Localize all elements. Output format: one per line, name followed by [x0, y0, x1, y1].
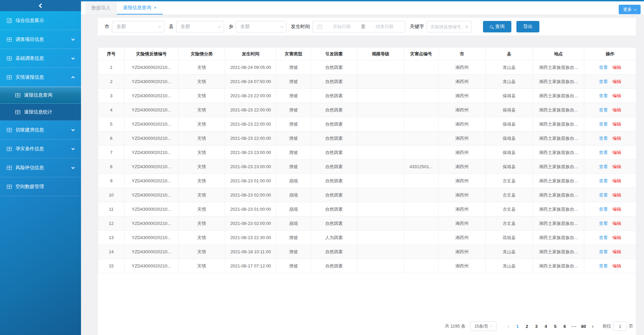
sidebar-item-spatial-data-mgmt[interactable]: 空间数据管理 — [0, 177, 81, 196]
cell-county: 保靖县 — [486, 131, 533, 146]
view-link[interactable]: 查看 — [599, 249, 608, 254]
sidebar-item-hazard-condition-info[interactable]: 孕灾条件信息 — [0, 139, 81, 158]
cell-point — [404, 60, 438, 75]
sidebar-item-overview[interactable]: 综合信息展示 — [0, 11, 81, 30]
view-link[interactable]: 查看 — [599, 164, 608, 169]
view-link[interactable]: 查看 — [599, 107, 608, 112]
cell-county: 保靖县 — [486, 160, 533, 174]
page-number-3[interactable]: 3 — [532, 324, 541, 329]
edit-link[interactable]: 编辑 — [613, 65, 621, 70]
prev-page-button[interactable]: ‹ — [504, 324, 513, 329]
city-select[interactable]: 全部 — [112, 21, 164, 32]
cell-seq: 11 — [98, 202, 125, 216]
cell-location: 湘西土家族苗族自... — [533, 89, 584, 103]
cell-category: 灾情 — [179, 188, 225, 202]
view-link[interactable]: 查看 — [599, 93, 608, 98]
page-number-1[interactable]: 1 — [513, 324, 522, 329]
sidebar-item-risk-eval-info[interactable]: 风险评估信息 — [0, 158, 81, 177]
chevron-down-icon — [72, 37, 75, 41]
cell-code: YZD43000020210... — [125, 202, 179, 216]
edit-link[interactable]: 编辑 — [613, 164, 621, 169]
sidebar-collapse-button[interactable] — [0, 0, 81, 11]
cell-factor: 自然因素 — [311, 89, 357, 103]
view-link[interactable]: 查看 — [599, 235, 608, 240]
view-link[interactable]: 查看 — [599, 136, 608, 141]
edit-link[interactable]: 编辑 — [613, 235, 621, 240]
view-link[interactable]: 查看 — [599, 150, 608, 155]
close-icon[interactable]: × — [154, 5, 157, 10]
sidebar-subitem-quick-report-query[interactable]: 速报信息查询 — [0, 87, 81, 104]
sidebar-subitem-quick-report-stats[interactable]: 速报信息统计 — [0, 104, 81, 121]
sidebar-item-slope-house-info[interactable]: 切坡建房信息 — [0, 121, 81, 139]
page-number-2[interactable]: 2 — [522, 324, 532, 329]
end-date-placeholder[interactable]: 结束日期 — [367, 24, 403, 30]
view-link[interactable]: 查看 — [599, 221, 608, 226]
page-number-6[interactable]: 6 — [560, 324, 569, 329]
table-body: 1YZD43000020210...灾情2021-08-24 09:05:00滑… — [98, 60, 636, 273]
view-link[interactable]: 查看 — [599, 263, 608, 268]
cell-seq: 15 — [98, 259, 125, 273]
goto-page-input[interactable] — [613, 321, 627, 331]
view-link[interactable]: 查看 — [599, 178, 608, 183]
cell-actions: 查看编辑 — [584, 202, 636, 216]
sidebar-item-basic-survey-info[interactable]: 基础调查信息 — [0, 49, 81, 68]
cell-location: 湘西土家族苗族自... — [533, 188, 584, 202]
tab-data-import[interactable]: 数据导入 — [85, 1, 117, 15]
cell-scale — [357, 89, 404, 103]
cell-time: 2021-08-23 22:30:00 — [225, 231, 276, 245]
edit-link[interactable]: 编辑 — [613, 178, 621, 183]
more-pages-icon[interactable]: ··· — [569, 324, 579, 329]
cell-time: 2021-08-23 23:00:00 — [225, 160, 276, 174]
start-date-placeholder[interactable]: 开始日期 — [324, 24, 360, 30]
cell-category: 灾情 — [179, 216, 225, 231]
edit-link[interactable]: 编辑 — [613, 79, 621, 84]
date-range-picker[interactable]: 开始日期 至 结束日期 — [313, 21, 405, 32]
view-link[interactable]: 查看 — [599, 79, 608, 84]
next-page-button[interactable]: › — [588, 324, 597, 329]
tab-report-query[interactable]: 速报信息查询× — [117, 1, 163, 15]
view-link[interactable]: 查看 — [599, 65, 608, 70]
edit-link[interactable]: 编辑 — [613, 249, 621, 254]
more-button[interactable]: 更多 — [619, 5, 641, 14]
county-select[interactable]: 全部 — [176, 21, 224, 32]
edit-link[interactable]: 编辑 — [613, 122, 621, 127]
sidebar-item-survey-project-info[interactable]: 调查项目信息 — [0, 30, 81, 49]
cell-factor: 自然因素 — [311, 216, 357, 231]
edit-link[interactable]: 编辑 — [613, 192, 621, 198]
edit-link[interactable]: 编辑 — [613, 207, 621, 212]
page-number-4[interactable]: 4 — [541, 324, 551, 329]
edit-link[interactable]: 编辑 — [613, 107, 621, 112]
town-select[interactable]: 全部 — [236, 21, 287, 32]
cell-seq: 5 — [98, 117, 125, 131]
table-icon — [7, 56, 12, 60]
edit-link[interactable]: 编辑 — [613, 136, 621, 141]
edit-link[interactable]: 编辑 — [613, 150, 621, 155]
sidebar-item-disaster-quick-report[interactable]: 灾情速报信息 — [0, 68, 81, 87]
edit-link[interactable]: 编辑 — [613, 93, 621, 98]
edit-link[interactable]: 编辑 — [613, 221, 621, 226]
query-button[interactable]: 查询 — [483, 21, 511, 32]
export-button-label: 导出 — [523, 24, 533, 30]
results-table: 序号灾险情反馈编号灾险情分类发生时间灾害类型引发因素规模等级灾害点编号市县地点操… — [98, 47, 636, 273]
cell-type: 滑坡 — [276, 231, 311, 245]
column-header: 操作 — [584, 48, 636, 60]
page-number-last[interactable]: 80 — [579, 324, 588, 329]
column-header: 灾害类型 — [276, 48, 311, 60]
cell-point — [404, 89, 438, 103]
cell-location: 湘西土家族苗族自... — [533, 174, 584, 188]
cell-category: 灾情 — [179, 245, 225, 259]
page-size-select[interactable]: 15条/页 — [470, 321, 497, 331]
view-link[interactable]: 查看 — [599, 207, 608, 212]
edit-link[interactable]: 编辑 — [613, 263, 621, 268]
page-number-5[interactable]: 5 — [551, 324, 560, 329]
column-header: 规模等级 — [357, 48, 404, 60]
export-button[interactable]: 导出 — [516, 21, 539, 32]
cell-city: 湘西州 — [438, 188, 486, 202]
table-row: 13YZD43000020210...灾情2021-08-23 22:30:00… — [98, 231, 636, 245]
chevron-down-icon — [72, 56, 75, 59]
keyword-input[interactable] — [427, 21, 472, 32]
cell-type: 崩塌 — [276, 174, 311, 188]
view-link[interactable]: 查看 — [599, 192, 608, 198]
view-link[interactable]: 查看 — [599, 122, 608, 127]
county-filter-label: 县 — [169, 24, 173, 30]
